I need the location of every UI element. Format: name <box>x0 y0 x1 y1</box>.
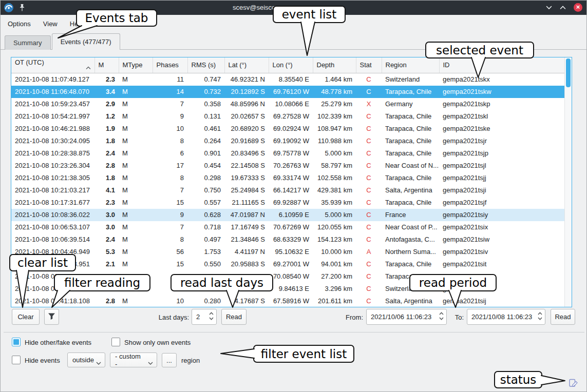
cell-status: X <box>356 98 382 110</box>
table-row[interactable]: 2021-10-08 10:06:39.514 2.4 M 8 0.497 21… <box>11 233 565 246</box>
cell-lon: 66.14217 W <box>269 184 313 197</box>
pin-icon[interactable] <box>18 4 26 13</box>
app-window: scesv@seiscomp × Options View Help Summa… <box>0 0 587 392</box>
cell-magnitude: 2.4 <box>94 147 119 160</box>
column-header-lat[interactable]: Lat (°) <box>224 57 269 73</box>
chevron-down-icon <box>96 359 101 366</box>
table-row[interactable]: 2021-10-08 10:08:36.022 3.0 M 9 0.628 47… <box>11 209 565 221</box>
table-row[interactable]: 2021-10-08 10:30:24.095 1.8 M 8 0.264 20… <box>11 135 565 147</box>
scope-value: outside <box>72 356 94 364</box>
from-datetime-spinner[interactable]: 2021/10/06 11:06:23 <box>366 309 447 325</box>
last-days-spinner[interactable]: 2 <box>192 309 217 325</box>
cell-phases: 9 <box>153 110 187 123</box>
region-combobox[interactable]: - custom - <box>110 352 157 367</box>
cell-magnitude: 3.4 <box>94 86 119 98</box>
table-row[interactable]: 2021-10-08 11:06:48.070 3.4 M 14 0.732 2… <box>11 86 565 98</box>
cell-depth: 48.778 km <box>313 86 356 98</box>
table-row[interactable]: 2021-10-08 11:07:49.127 2.3 M 11 0.747 4… <box>11 73 565 86</box>
column-header-stat[interactable]: Stat <box>356 57 382 73</box>
column-header-phases[interactable]: Phases <box>153 57 187 73</box>
scrollbar-thumb[interactable] <box>566 58 571 87</box>
cell-mtype: M <box>119 172 153 184</box>
cell-depth: 201.611 km <box>313 295 356 307</box>
to-datetime-spinner[interactable]: 2021/10/08 11:06:23 <box>467 309 545 325</box>
cell-status: C <box>356 209 382 221</box>
column-header-mtype[interactable]: MType <box>119 57 153 73</box>
table-row[interactable]: 2021-10-08 10:54:21.997 1.2 M 9 0.131 20… <box>11 110 565 123</box>
vertical-scrollbar[interactable] <box>564 57 572 307</box>
cell-magnitude: 1.8 <box>94 172 119 184</box>
hide-other-fake-checkbox[interactable] <box>12 338 21 346</box>
menu-view[interactable]: View <box>37 17 64 30</box>
cell-mtype: M <box>119 209 153 221</box>
cell-rms: 0.461 <box>187 123 224 135</box>
callout-filter-reading: filter reading <box>54 274 150 291</box>
cell-phases: 15 <box>153 197 187 209</box>
event-table-body: 2021-10-08 11:07:49.127 2.3 M 11 0.747 4… <box>11 73 565 307</box>
scope-combobox[interactable]: outside <box>67 352 105 367</box>
cell-ot: 2021-10-08 10:08:36.022 <box>11 209 94 221</box>
table-row[interactable]: 2021-10-08 10:46:21.988 1.9 M 10 0.461 2… <box>11 123 565 135</box>
cell-region: France <box>382 209 439 221</box>
table-row[interactable]: 2021-10-08 10:06:53.107 3.0 M 7 0.718 17… <box>11 221 565 233</box>
hide-events-label: Hide events <box>25 357 60 364</box>
table-row[interactable]: 2021-10-08 10:23:26.304 2.8 M 17 0.454 2… <box>11 160 565 172</box>
cell-lat: 46.92321 N <box>224 73 269 86</box>
cell-rms: 0.750 <box>187 184 224 197</box>
cell-ot: 2021-10-08 10:06:53.107 <box>11 221 94 233</box>
cell-lon: 69.27001 W <box>269 258 313 270</box>
cell-phases: 7 <box>153 98 187 110</box>
cell-rms: 0.358 <box>187 98 224 110</box>
menu-options[interactable]: Options <box>2 17 37 30</box>
column-header-m[interactable]: M <box>94 57 119 73</box>
column-header-ot[interactable]: OT (UTC) <box>11 57 94 73</box>
column-header-id[interactable]: ID <box>439 57 565 73</box>
cell-lon: 70.67269 W <box>269 221 313 233</box>
cell-lat: 22.14508 S <box>224 160 269 172</box>
spinner-arrows-icon[interactable] <box>209 312 214 320</box>
cell-rms: 0.747 <box>187 73 224 86</box>
cell-depth: 10.000 km <box>313 246 356 258</box>
cell-ot: 2021-10-08 10:21:38.305 <box>11 172 94 184</box>
column-header-lon[interactable]: Lon (°) <box>269 57 313 73</box>
column-header-rms[interactable]: RMS (s) <box>187 57 224 73</box>
show-only-own-checkbox[interactable] <box>111 338 120 346</box>
cell-status: C <box>356 233 382 246</box>
clear-button[interactable]: Clear <box>12 309 40 325</box>
table-row[interactable]: 2021-10-08 10:59:23.457 2.9 M 7 0.358 48… <box>11 98 565 110</box>
cell-region: Germany <box>382 98 439 110</box>
hide-events-checkbox[interactable] <box>12 356 21 364</box>
chevron-down-icon[interactable] <box>546 4 552 11</box>
table-row[interactable]: 2021-10-08 09:41:18.108 2.8 M 10 0.280 2… <box>11 295 565 307</box>
cell-id: gempa2021tskp <box>439 98 565 110</box>
cell-region: Tarapaca, Chile <box>382 110 439 123</box>
cell-ot: 2021-10-08 11:07:49.127 <box>11 73 94 86</box>
table-row[interactable]: 2021-10-08 10:21:03.217 4.1 M 7 0.750 25… <box>11 184 565 197</box>
read-last-days-button[interactable]: Read <box>221 309 247 325</box>
cell-region: Near Coast of N... <box>382 160 439 172</box>
table-row[interactable]: 2021-10-08 10:28:38.875 2.4 M 6 0.901 20… <box>11 147 565 160</box>
spinner-arrows-icon[interactable] <box>538 312 542 320</box>
cell-phases: 14 <box>153 86 187 98</box>
callout-selected-event: selected event <box>425 42 534 58</box>
cell-mtype: M <box>119 135 153 147</box>
cell-depth: 5.000 km <box>313 209 356 221</box>
tab-summary[interactable]: Summary <box>5 35 51 50</box>
table-row[interactable]: 2021-10-08 10:21:38.305 1.8 M 8 0.298 19… <box>11 172 565 184</box>
chevron-up-icon[interactable] <box>560 4 566 11</box>
tab-events[interactable]: Events (477/477) <box>52 33 120 50</box>
cell-id: gempa2021tsji <box>439 184 565 197</box>
cell-lon: 10.08066 E <box>269 98 313 110</box>
filter-reading-button[interactable] <box>44 309 59 325</box>
read-period-button[interactable]: Read <box>551 309 575 325</box>
cell-id: gempa2021tsjj <box>439 172 565 184</box>
region-more-button[interactable]: ... <box>162 353 177 367</box>
column-header-region[interactable]: Region <box>382 57 439 73</box>
close-button[interactable]: × <box>574 3 582 12</box>
table-row[interactable]: 2021-10-08 10:00:13.951 2.1 M 15 0.550 2… <box>11 258 565 270</box>
cell-mtype: M <box>119 147 153 160</box>
column-header-depth[interactable]: Depth <box>313 57 356 73</box>
table-row[interactable]: 2021-10-08 10:04:46.949 5.3 M 56 1.753 4… <box>11 246 565 258</box>
table-row[interactable]: 2021-10-08 10:17:31.677 2.3 M 15 0.557 2… <box>11 197 565 209</box>
cell-phases: 8 <box>153 135 187 147</box>
